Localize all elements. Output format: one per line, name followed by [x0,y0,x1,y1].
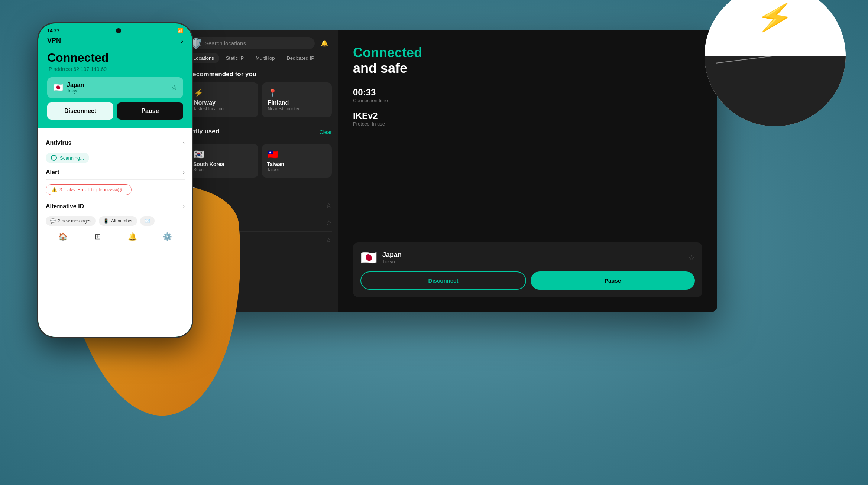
email-chip[interactable]: ✉️ [140,216,155,226]
alert-pill-area: ⚠️ 3 leaks: Email big.lebowski@... [46,180,185,199]
alternative-id-section-row[interactable]: Alternative ID › [46,199,185,214]
phone-nav-bar: 🏠 ⊞ 🔔 ⚙️ [46,228,185,243]
phone-nav-bell[interactable]: 🔔 [115,232,150,241]
server-row: 🇯🇵 Japan Tokyo ☆ [360,250,695,266]
finland-pin-icon: 📍 [268,88,326,97]
phone-status-bar: 14:27 📶 [38,23,192,33]
recommended-section-title: Recommended for you [188,71,332,78]
phone-nav-grid[interactable]: ⊞ [81,232,116,241]
mobile-phone: 14:27 📶 VPN › Connected IP address 62.19… [37,22,193,338]
svg-line-1 [719,33,775,56]
server-card: 🇯🇵 Japan Tokyo ☆ Disconnect Pause [353,243,702,297]
alert-message: 3 leaks: Email big.lebowski@... [59,187,126,192]
scanning-badge: Scanning... [46,153,89,163]
norway-sub: fastest location [194,106,252,111]
south-korea-city: Seoul [193,167,205,172]
server-info: Japan Tokyo [382,251,402,264]
phone-server-flag: 🇯🇵 [53,83,63,92]
alert-pill[interactable]: ⚠️ 3 leaks: Email big.lebowski@... [46,184,132,195]
taiwan-city: Taipei [267,167,279,172]
protocol-value: IKEv2 [353,111,702,121]
phone-header[interactable]: VPN › [38,33,192,51]
antivirus-title: Antivirus [46,140,71,146]
phone-white-area: Antivirus › Scanning... Alert › ⚠️ [38,128,192,337]
taiwan-flag: 🇹🇼 [267,149,278,160]
south-korea-name: South Korea [193,161,224,167]
search-input-placeholder: Search locations [205,40,246,46]
phone-nav-home[interactable]: 🏠 [46,232,81,241]
recent-grid: 🇰🇷 South Korea Seoul 🇹🇼 Taiwan Taipei [188,144,332,178]
server-favorite-star-icon[interactable]: ☆ [688,253,695,262]
server-city: Tokyo [382,259,402,264]
info-panel: Connected and safe 00:33 Connection time… [338,30,717,312]
recommended-norway[interactable]: ⚡ Norway fastest location [188,82,258,117]
phone-server-box[interactable]: 🇯🇵 Japan Tokyo ☆ [47,77,183,98]
protocol-stat: IKEv2 Protocol in use [353,111,702,127]
action-buttons: Disconnect Pause [360,271,695,290]
phone-nav-settings[interactable]: ⚙️ [150,232,185,241]
connection-time-stat: 00:33 Connection time [353,87,702,103]
phone-ip-address: IP address 62.197.149.69 [47,66,183,72]
tab-dedicated-ip[interactable]: Dedicated IP [281,53,319,63]
phone-action-buttons: Disconnect Pause [47,102,183,120]
connection-time-label: Connection time [353,98,702,103]
alternative-id-title: Alternative ID [46,203,84,210]
and-safe-text: and safe [353,61,702,76]
finland-name: Finland [268,100,326,106]
phone-pause-button[interactable]: Pause [117,102,183,120]
connected-heading: Connected and safe [353,45,702,76]
disconnect-button[interactable]: Disconnect [360,271,526,290]
pause-button[interactable]: Pause [531,271,695,290]
new-messages-text: 2 new messages [58,218,91,224]
server-flag: 🇯🇵 [360,250,377,266]
south-korea-flag: 🇰🇷 [193,149,204,160]
desktop-panel: 🛡️ 🔍 Search locations 🔔 Locations Static… [182,30,717,312]
tab-multihop[interactable]: MultiHop [250,53,280,63]
phone-server-inner: 🇯🇵 Japan Tokyo [53,82,84,94]
scan-icon [51,155,57,161]
taiwan-name: Taiwan [267,161,284,167]
email-icon: ✉️ [145,218,150,224]
norway-name: Norway [194,100,252,106]
alert-warning-icon: ⚠️ [51,187,57,192]
phone-chevron-right-icon: › [181,36,183,45]
search-input-wrap[interactable]: 🔍 Search locations [190,37,315,49]
alt-number-chip[interactable]: 📱 Alt number [99,216,137,226]
phone-vpn-label: VPN [47,37,61,45]
phone-server-city: Tokyo [67,88,84,94]
tab-static-ip[interactable]: Static IP [221,53,249,63]
antivirus-chevron-icon: › [183,140,185,146]
alert-section-row[interactable]: Alert › [46,165,185,180]
stats-row: 00:33 Connection time IKEv2 Protocol in … [353,87,702,127]
phone-frame: 14:27 📶 VPN › Connected IP address 62.19… [37,22,193,338]
helmet-decoration: ⚡ [697,0,853,163]
recommended-finland[interactable]: 📍 Finland Nearest country [262,82,332,117]
recent-south-korea[interactable]: 🇰🇷 South Korea Seoul [188,144,258,178]
phone-icon: 📱 [103,218,109,224]
search-bar: 🔍 Search locations 🔔 [182,30,338,53]
recommended-grid: ⚡ Norway fastest location 📍 Finland Near… [188,82,332,117]
phone-time: 14:27 [47,28,59,33]
notification-bell-icon[interactable]: 🔔 [318,38,330,49]
phone-connected-section: Connected IP address 62.197.149.69 🇯🇵 Ja… [38,51,192,128]
location-3-star-icon[interactable]: ☆ [326,236,332,244]
phone-server-star-icon[interactable]: ☆ [171,84,177,92]
clear-button[interactable]: Clear [320,129,332,135]
new-messages-chip[interactable]: 💬 2 new messages [46,216,96,226]
tabs-row: Locations Static IP MultiHop Dedicated I… [182,53,338,68]
alert-chevron-icon: › [183,169,185,176]
phone-camera-notch [116,28,121,33]
location-1-star-icon[interactable]: ☆ [326,201,332,209]
phone-disconnect-button[interactable]: Disconnect [47,102,113,120]
message-icon: 💬 [50,218,56,224]
scanning-text: Scanning... [60,155,84,161]
locations-list-title: ns [188,185,332,192]
norway-fast-icon: ⚡ [194,88,252,97]
phone-connected-title: Connected [47,51,183,65]
antivirus-section-row[interactable]: Antivirus › [46,136,185,150]
finland-sub: Nearest country [268,106,326,111]
protocol-label: Protocol in use [353,121,702,127]
phone-server-details: Japan Tokyo [67,82,84,94]
recent-taiwan[interactable]: 🇹🇼 Taiwan Taipei [262,144,332,178]
location-2-star-icon[interactable]: ☆ [326,219,332,227]
